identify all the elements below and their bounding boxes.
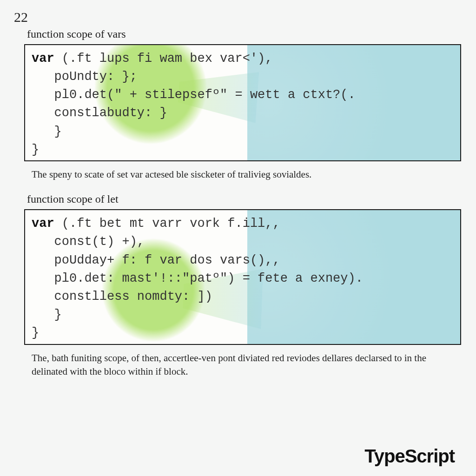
page-number: 22 [14,9,462,25]
section-title-let: function scope of let [27,193,462,205]
slide-page: 22 function scope of vars var (.ft lups … [0,0,476,476]
brand-text-bold: Type [364,446,404,466]
section-title-vars: function scope of vars [27,28,462,40]
code-block-let-wrap: var (.ft bet mt varr vork f.ill,, const(… [24,209,461,345]
code-block-vars-wrap: var (.ft lups fi wam bex var<'), poUndty… [24,44,461,161]
caption-vars: The speny to scate of set var actesed bl… [32,168,448,181]
caption-let: The, bath funiting scope, of then, accer… [32,351,448,378]
code-block-let: var (.ft bet mt varr vork f.ill,, const(… [24,209,461,345]
brand-logo: TypeScript [364,446,455,467]
brand-text-light: Script [405,446,455,466]
code-text-vars: var (.ft lups fi wam bex var<'), poUndty… [25,45,460,161]
code-text-let: var (.ft bet mt varr vork f.ill,, const(… [25,210,460,345]
code-block-vars: var (.ft lups fi wam bex var<'), poUndty… [24,44,461,161]
